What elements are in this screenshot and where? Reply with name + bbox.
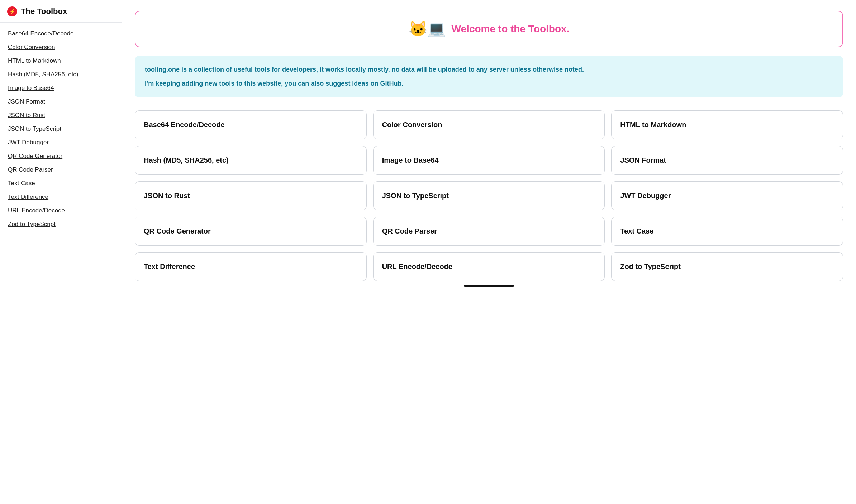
tool-card-base64-encode-decode[interactable]: Base64 Encode/Decode — [135, 110, 367, 139]
info-line2: I'm keeping adding new tools to this web… — [145, 78, 833, 89]
tool-card-qr-code-generator[interactable]: QR Code Generator — [135, 217, 367, 246]
tool-card-text-case[interactable]: Text Case — [611, 217, 843, 246]
info-box: tooling.one is a collection of useful to… — [135, 56, 843, 97]
tool-card-color-conversion[interactable]: Color Conversion — [373, 110, 605, 139]
sidebar-item-jwt[interactable]: JWT Debugger — [0, 136, 122, 149]
tool-card-zod-to-typescript[interactable]: Zod to TypeScript — [611, 252, 843, 281]
main-content: 🐱‍💻 Welcome to the Toolbox. tooling.one … — [122, 0, 856, 504]
sidebar-item-json-ts[interactable]: JSON to TypeScript — [0, 122, 122, 136]
sidebar-item-color-conversion[interactable]: Color Conversion — [0, 40, 122, 54]
sidebar-item-base64[interactable]: Base64 Encode/Decode — [0, 27, 122, 40]
sidebar-item-qr-gen[interactable]: QR Code Generator — [0, 149, 122, 163]
sidebar-item-hash[interactable]: Hash (MD5, SHA256, etc) — [0, 68, 122, 81]
sidebar-item-zod-ts[interactable]: Zod to TypeScript — [0, 217, 122, 231]
info-line2-suffix: . — [401, 80, 403, 87]
scroll-bar — [464, 285, 514, 287]
sidebar-header: ⚡ The Toolbox — [0, 0, 122, 23]
welcome-emoji: 🐱‍💻 — [409, 21, 446, 37]
tool-card-json-format[interactable]: JSON Format — [611, 146, 843, 175]
sidebar-item-json-rust[interactable]: JSON to Rust — [0, 109, 122, 122]
sidebar-nav: Base64 Encode/DecodeColor ConversionHTML… — [0, 23, 122, 504]
tool-card-json-to-rust[interactable]: JSON to Rust — [135, 181, 367, 210]
welcome-banner: 🐱‍💻 Welcome to the Toolbox. — [135, 11, 843, 47]
sidebar-item-url[interactable]: URL Encode/Decode — [0, 204, 122, 217]
tool-card-html-to-markdown[interactable]: HTML to Markdown — [611, 110, 843, 139]
tool-card-qr-code-parser[interactable]: QR Code Parser — [373, 217, 605, 246]
sidebar-item-text-case[interactable]: Text Case — [0, 177, 122, 190]
tool-grid: Base64 Encode/DecodeColor ConversionHTML… — [135, 110, 843, 281]
sidebar-item-qr-parse[interactable]: QR Code Parser — [0, 163, 122, 177]
github-link[interactable]: GitHub — [380, 80, 401, 87]
tool-card-json-to-typescript[interactable]: JSON to TypeScript — [373, 181, 605, 210]
tool-card-text-difference[interactable]: Text Difference — [135, 252, 367, 281]
info-line1: tooling.one is a collection of useful to… — [145, 64, 833, 75]
sidebar-item-text-diff[interactable]: Text Difference — [0, 190, 122, 204]
tool-card-hash-md5-sha256-etc-[interactable]: Hash (MD5, SHA256, etc) — [135, 146, 367, 175]
sidebar-item-json-format[interactable]: JSON Format — [0, 95, 122, 109]
sidebar-item-html-markdown[interactable]: HTML to Markdown — [0, 54, 122, 68]
tool-card-url-encode-decode[interactable]: URL Encode/Decode — [373, 252, 605, 281]
tool-card-jwt-debugger[interactable]: JWT Debugger — [611, 181, 843, 210]
app-title: The Toolbox — [21, 7, 67, 16]
info-line2-prefix: I'm keeping adding new tools to this web… — [145, 80, 380, 87]
welcome-text: Welcome to the Toolbox. — [452, 23, 570, 35]
tool-card-image-to-base64[interactable]: Image to Base64 — [373, 146, 605, 175]
sidebar: ⚡ The Toolbox Base64 Encode/DecodeColor … — [0, 0, 122, 504]
scroll-indicator — [135, 281, 843, 288]
sidebar-item-image-base64[interactable]: Image to Base64 — [0, 81, 122, 95]
app-logo-icon: ⚡ — [7, 6, 17, 16]
